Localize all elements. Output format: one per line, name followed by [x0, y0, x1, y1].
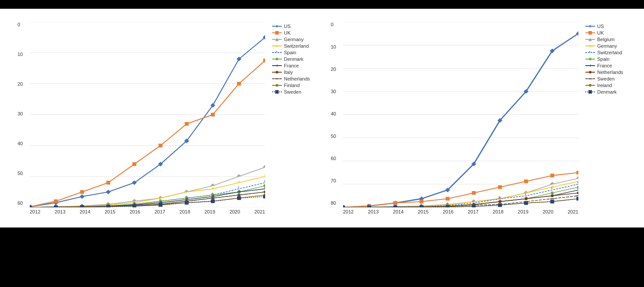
legend-item-netherlands: Netherlands	[272, 76, 313, 81]
svg-rect-20	[106, 181, 110, 184]
svg-text:*: *	[551, 187, 553, 192]
legend2-item-ireland: Ireland	[585, 83, 626, 88]
legend2-item-denmark: Denmark	[585, 89, 626, 94]
svg-text:×: ×	[185, 189, 188, 194]
legend2-item-us: US	[585, 24, 626, 29]
chart1-inner: × × × × × × × × × × * * * * * * * * *	[30, 22, 265, 214]
chart2-x-axis: 2012 2013 2014 2015 2016 2017 2018 2019 …	[343, 207, 578, 214]
svg-point-277	[589, 84, 592, 87]
svg-point-128	[276, 58, 278, 60]
charts-container: 60 50 40 30 20 10 0	[0, 9, 644, 228]
legend2-item-uk: UK	[585, 30, 626, 35]
svg-rect-22	[158, 144, 162, 147]
svg-marker-259	[589, 25, 592, 28]
svg-rect-23	[185, 122, 189, 126]
svg-rect-21	[133, 162, 136, 166]
legend-item-italy: Italy	[272, 70, 313, 75]
svg-rect-112	[158, 203, 162, 206]
svg-rect-166	[550, 174, 554, 177]
svg-rect-255	[524, 201, 528, 205]
svg-rect-114	[211, 200, 215, 203]
svg-marker-10	[106, 189, 111, 194]
legend2-item-belgium: Belgium	[585, 37, 626, 42]
svg-rect-24	[211, 113, 215, 116]
svg-rect-163	[472, 191, 476, 195]
svg-text:×: ×	[238, 179, 241, 185]
chart2-y-axis: 80 70 60 50 40 30 20 10 0	[331, 22, 343, 214]
chart2-legend: US UK Belgium × Germany * Switzerland Sp…	[578, 22, 626, 214]
svg-rect-25	[237, 82, 241, 85]
svg-rect-162	[446, 197, 450, 200]
svg-rect-256	[550, 200, 554, 203]
legend-item-france: + France	[272, 63, 313, 68]
svg-point-224	[498, 200, 501, 203]
legend-item-spain: * Spain	[272, 50, 313, 55]
svg-text:*: *	[276, 50, 277, 55]
svg-rect-120	[275, 31, 279, 35]
svg-rect-261	[588, 31, 592, 35]
svg-text:+: +	[276, 63, 279, 68]
svg-point-273	[589, 71, 592, 74]
svg-rect-113	[185, 201, 189, 204]
legend2-item-germany: × Germany	[585, 43, 626, 49]
legend-item-denmark: Denmark	[272, 56, 313, 62]
legend-item-switzerland: × Switzerland	[272, 43, 313, 49]
chart2-wrapper: 80 70 60 50 40 30 20 10 0	[331, 22, 626, 214]
svg-text:×: ×	[276, 44, 278, 48]
svg-point-136	[276, 84, 278, 87]
svg-text:×: ×	[589, 44, 592, 48]
legend2-item-switzerland: * Switzerland	[585, 50, 626, 55]
svg-rect-279	[588, 90, 592, 94]
svg-text:×: ×	[211, 186, 214, 191]
chart1-y-axis: 60 50 40 30 20 10 0	[18, 22, 30, 214]
svg-marker-35	[237, 174, 242, 176]
legend-item-uk: UK	[272, 30, 313, 35]
legend-item-finland: Finland	[272, 83, 313, 88]
svg-point-226	[551, 194, 554, 197]
svg-rect-165	[524, 179, 528, 183]
legend-item-germany: Germany	[272, 37, 313, 42]
svg-rect-164	[498, 185, 502, 189]
svg-rect-111	[133, 204, 136, 207]
svg-rect-115	[237, 196, 241, 200]
chart1-wrapper: 60 50 40 30 20 10 0	[18, 22, 313, 214]
chart1-x-axis: 2012 2013 2014 2015 2016 2017 2018 2019 …	[30, 207, 265, 214]
svg-marker-118	[276, 25, 278, 28]
legend-item-sweden: Sweden	[272, 89, 313, 94]
svg-marker-9	[80, 194, 84, 199]
svg-text:+: +	[238, 188, 241, 194]
svg-point-132	[276, 71, 278, 74]
svg-rect-254	[498, 203, 502, 206]
chart1-svg: × × × × × × × × × × * * * * * * * * *	[30, 22, 265, 207]
svg-point-225	[525, 197, 528, 200]
chart2-svg: × × × × × × × × × × * * * * * * * * *	[343, 22, 578, 207]
legend2-item-sweden: Sweden	[585, 76, 626, 81]
legend2-item-spain: Spain	[585, 56, 626, 62]
chart2-inner: × × × × × × × × × × * * * * * * * * *	[343, 22, 578, 214]
chart1-legend: US UK Germany × Switzerland * Spain Denm…	[265, 22, 313, 214]
svg-rect-138	[275, 90, 279, 94]
legend2-item-netherlands: Netherlands	[585, 70, 626, 75]
legend2-item-france: + France	[585, 63, 626, 68]
svg-text:*: *	[589, 50, 591, 55]
svg-rect-19	[80, 190, 84, 193]
legend-item-us: US	[272, 24, 313, 29]
svg-point-269	[589, 58, 592, 60]
svg-text:+: +	[589, 63, 592, 68]
